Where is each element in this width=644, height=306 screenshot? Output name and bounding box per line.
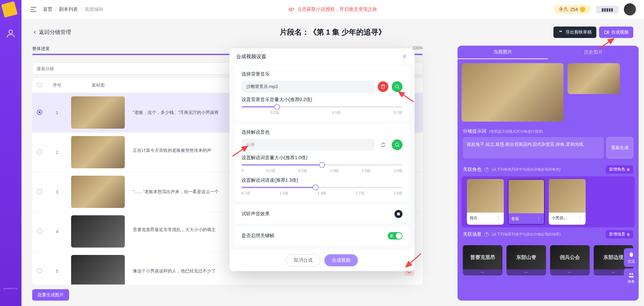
bgm-volume-label: 设置背景音乐音量大小(推荐0.2倍) <box>241 97 402 103</box>
tick-label: 1.7倍 <box>356 191 364 196</box>
bgm-file-input[interactable] <box>241 81 374 93</box>
voice-select-input[interactable] <box>241 139 374 151</box>
voice-speed-slider[interactable] <box>241 187 402 188</box>
voice-label: 选择解说音色 <box>241 129 402 135</box>
keyframe-label: 是否启用关键帧 <box>241 233 274 239</box>
voice-settings-card: 选择解说音色 设置解说词音量大小(推荐1.0倍) 0 0.2倍 0.5倍 1.0… <box>235 124 409 201</box>
tick-label: 0.5倍 <box>298 168 307 173</box>
tick-label: 0.5倍 <box>332 110 341 115</box>
bgm-volume-slider[interactable] <box>241 106 402 107</box>
search-icon <box>394 84 400 89</box>
bgm-delete-button[interactable] <box>378 81 388 92</box>
synthesize-settings-modal: 合成视频设置 选择背景音乐 设置背景音乐音量大小(推荐0.2倍) <box>229 48 415 271</box>
svg-line-13 <box>398 88 399 89</box>
preview-label: 试听声音效果 <box>241 211 270 217</box>
voice-volume-label: 设置解说词音量大小(推荐1.0倍) <box>241 155 402 161</box>
modal-title: 合成视频设置 <box>236 53 266 60</box>
svg-point-14 <box>395 143 398 146</box>
tick-label: 0.2倍 <box>267 168 275 173</box>
voice-refresh-button[interactable] <box>378 139 388 150</box>
modal-close-button[interactable] <box>401 53 408 60</box>
confirm-synthesize-button[interactable]: 合成视频 <box>324 254 358 266</box>
refresh-icon <box>380 142 386 147</box>
preview-stop-button[interactable] <box>394 210 402 218</box>
tick-label: 0.2倍 <box>270 110 279 115</box>
voice-search-button[interactable] <box>392 139 402 150</box>
tick-label: 1.0倍 <box>279 191 288 196</box>
trash-icon <box>380 84 386 89</box>
tick-label: 0.7倍 <box>241 191 250 196</box>
bgm-settings-card: 选择背景音乐 设置背景音乐音量大小(推荐0.2倍) 0.2倍 0.5倍 0.7倍 <box>235 66 409 121</box>
tick-label: 1.0倍 <box>330 168 339 173</box>
tick-label: 1.3倍 <box>318 191 326 196</box>
keyframe-card: 是否启用关键帧 是 <box>235 227 409 245</box>
keyframe-toggle[interactable]: 是 <box>388 232 402 239</box>
tick-label: 2.0倍 <box>394 191 402 196</box>
cancel-synthesize-button[interactable]: 取消合成 <box>286 254 320 266</box>
tick-label: 0.7倍 <box>394 110 402 115</box>
tick-label: 0 <box>241 168 244 173</box>
svg-line-15 <box>398 146 399 147</box>
tick-label: 2.0倍 <box>394 168 402 173</box>
bgm-search-button[interactable] <box>392 81 402 92</box>
voice-volume-slider[interactable] <box>241 164 402 166</box>
search-icon <box>394 142 400 147</box>
svg-point-12 <box>395 85 398 88</box>
bgm-label: 选择背景音乐 <box>241 71 402 77</box>
voice-speed-label: 设置解说词语速(推荐1.3倍) <box>241 177 402 183</box>
tick-label: 1.5倍 <box>362 168 371 173</box>
preview-card: 试听声音效果 <box>235 205 409 223</box>
